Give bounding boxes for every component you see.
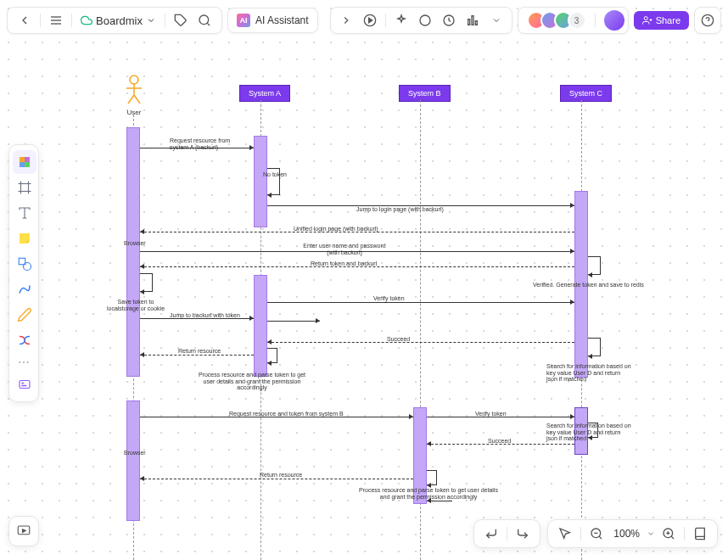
user-icon bbox=[123, 75, 145, 105]
svg-point-28 bbox=[24, 263, 31, 271]
msg-4: Unified login page (with backurl) bbox=[294, 226, 378, 232]
component-tool[interactable] bbox=[13, 372, 36, 396]
play-button[interactable] bbox=[360, 10, 380, 31]
activation-system-a-2[interactable] bbox=[254, 275, 267, 377]
svg-rect-17 bbox=[20, 157, 25, 162]
zoom-out-button[interactable] bbox=[586, 524, 607, 544]
msg-9: Jump to backurl with token bbox=[170, 312, 240, 318]
chart-button[interactable] bbox=[462, 10, 483, 31]
svg-point-7 bbox=[420, 15, 430, 25]
zoom-in-button[interactable] bbox=[658, 524, 679, 544]
expand-button[interactable] bbox=[336, 10, 356, 31]
brand-dropdown[interactable]: Boardmix bbox=[77, 14, 160, 27]
ai-assistant-label: AI Assistant bbox=[255, 14, 309, 26]
svg-rect-10 bbox=[472, 16, 473, 25]
msg-14: Process resource and parse token to get … bbox=[197, 372, 307, 391]
frame-tool[interactable] bbox=[13, 176, 36, 199]
minimap-button[interactable] bbox=[690, 524, 710, 544]
sticky-tool[interactable] bbox=[13, 227, 36, 250]
comment-button[interactable] bbox=[415, 10, 435, 31]
svg-rect-30 bbox=[21, 383, 24, 384]
msg-15: Request resource and token from system B bbox=[229, 411, 344, 417]
msg-3: Jump to login page (with backurl) bbox=[356, 206, 444, 212]
more-button[interactable] bbox=[486, 10, 507, 31]
msg-17: Search for information based on key valu… bbox=[546, 423, 631, 442]
connector-tool[interactable] bbox=[13, 328, 36, 352]
share-icon bbox=[642, 15, 652, 25]
svg-line-38 bbox=[671, 536, 674, 539]
ai-icon: AI bbox=[237, 14, 250, 27]
brand-label: Boardmix bbox=[96, 14, 143, 27]
help-button[interactable] bbox=[699, 12, 716, 29]
msg-11: Search for information based on key valu… bbox=[546, 363, 631, 383]
msg-10: Verify token bbox=[373, 295, 405, 301]
share-button[interactable]: Share bbox=[634, 11, 689, 30]
avatar-more-count: 3 bbox=[568, 11, 586, 30]
msg-8: Save token to localstorage or cookie bbox=[102, 299, 170, 311]
svg-marker-6 bbox=[368, 18, 372, 22]
pointer-button[interactable] bbox=[555, 524, 575, 544]
select-tool[interactable] bbox=[13, 150, 36, 174]
pen-tool[interactable] bbox=[13, 303, 36, 327]
msg-6: Return token and backurl bbox=[311, 260, 377, 266]
actor-user-label: User bbox=[123, 109, 145, 116]
svg-line-44 bbox=[128, 95, 134, 104]
svg-line-35 bbox=[599, 536, 602, 539]
svg-rect-11 bbox=[475, 21, 477, 25]
msg-13: Return resource bbox=[178, 348, 221, 354]
svg-point-3 bbox=[199, 15, 209, 25]
menu-button[interactable] bbox=[46, 10, 66, 31]
activation-system-a-1[interactable] bbox=[254, 136, 267, 227]
actor-system-b[interactable]: System B bbox=[399, 85, 451, 102]
svg-rect-20 bbox=[25, 162, 30, 167]
top-bar: Boardmix AI AI Assistant 3 bbox=[0, 7, 728, 34]
left-toolbar: ⋯ bbox=[8, 144, 39, 402]
svg-point-12 bbox=[644, 17, 647, 20]
svg-rect-31 bbox=[21, 385, 26, 387]
svg-line-45 bbox=[134, 95, 140, 104]
msg-5: Enter user name and password (with backu… bbox=[302, 243, 387, 255]
svg-marker-33 bbox=[23, 529, 26, 533]
present-button[interactable] bbox=[8, 516, 39, 546]
browser-label-1: Browser bbox=[124, 240, 143, 247]
msg-7: Verified. Generate token and save to red… bbox=[533, 282, 644, 288]
msg-1: Request resource from system A (backurl) bbox=[170, 137, 238, 150]
tag-button[interactable] bbox=[171, 10, 191, 31]
sparkle-button[interactable] bbox=[391, 10, 412, 31]
cloud-icon bbox=[81, 14, 92, 26]
current-user-avatar[interactable] bbox=[604, 10, 624, 31]
top-left-controls: Boardmix bbox=[7, 7, 222, 34]
shape-tool[interactable] bbox=[13, 252, 36, 276]
actor-system-a[interactable]: System A bbox=[239, 85, 290, 102]
svg-point-41 bbox=[130, 76, 138, 84]
msg-16: Verify token bbox=[475, 411, 507, 417]
bottom-bar: 100% bbox=[473, 519, 718, 548]
actor-system-c[interactable]: System C bbox=[560, 85, 612, 102]
zoom-level[interactable]: 100% bbox=[610, 528, 643, 540]
redo-button[interactable] bbox=[512, 524, 533, 544]
zoom-dropdown-icon[interactable] bbox=[647, 529, 655, 538]
collaborator-avatars[interactable]: 3 bbox=[527, 11, 586, 30]
share-label: Share bbox=[656, 15, 680, 25]
back-button[interactable] bbox=[14, 10, 35, 31]
history-button[interactable] bbox=[439, 10, 459, 31]
line-tool[interactable] bbox=[13, 277, 36, 301]
svg-line-4 bbox=[207, 23, 210, 25]
svg-rect-19 bbox=[20, 162, 25, 167]
msg-18: Succeed bbox=[488, 438, 511, 444]
sequence-diagram[interactable]: User System A System B System C Browser … bbox=[0, 42, 728, 560]
svg-rect-18 bbox=[25, 157, 30, 162]
msg-2: No token bbox=[263, 171, 287, 177]
chevron-down-icon bbox=[146, 15, 156, 25]
ai-assistant-button[interactable]: AI AI Assistant bbox=[227, 8, 318, 33]
activation-browser-1[interactable] bbox=[126, 127, 140, 377]
more-tools[interactable]: ⋯ bbox=[13, 356, 35, 369]
msg-12: Succeed bbox=[387, 336, 410, 342]
activation-browser-2[interactable] bbox=[126, 400, 140, 521]
text-tool[interactable] bbox=[13, 201, 36, 225]
undo-button[interactable] bbox=[481, 524, 501, 544]
svg-rect-29 bbox=[20, 381, 30, 389]
search-button[interactable] bbox=[194, 10, 215, 31]
browser-label-2: Browser bbox=[124, 450, 143, 456]
svg-rect-9 bbox=[468, 20, 469, 25]
